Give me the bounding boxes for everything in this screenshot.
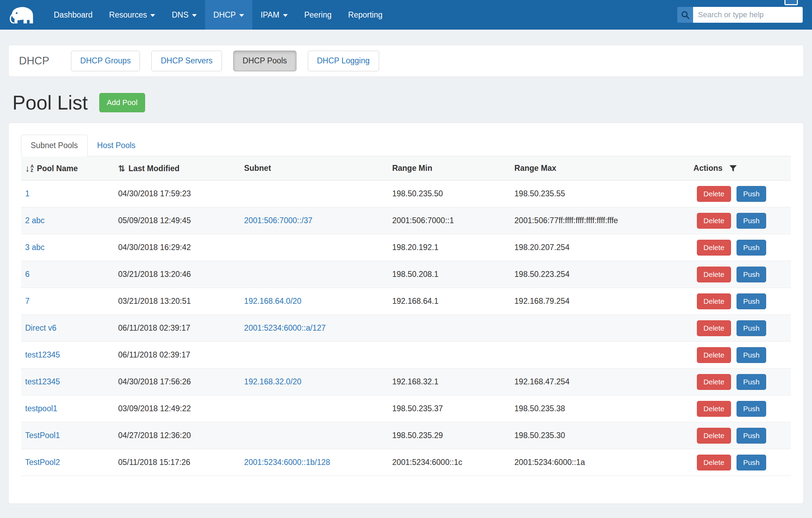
last-modified-cell: 06/11/2018 02:39:17 <box>114 315 240 342</box>
last-modified-cell: 03/21/2018 13:20:51 <box>114 288 240 315</box>
pool-name-link[interactable]: 3 abc <box>25 243 44 252</box>
subnet-link[interactable]: 2001:5234:6000::a/127 <box>244 323 326 332</box>
subnet-link[interactable]: 192.168.64.0/20 <box>244 297 301 305</box>
nav-label: Resources <box>109 10 147 20</box>
push-button[interactable]: Push <box>737 401 766 417</box>
pool-name-link[interactable]: TestPool2 <box>25 458 60 467</box>
pool-name-link[interactable]: testpool1 <box>25 404 57 413</box>
nav-label: DHCP <box>213 10 236 20</box>
brand-logo[interactable] <box>9 0 35 30</box>
column-label: Pool Name <box>37 164 78 173</box>
delete-button[interactable]: Delete <box>697 428 731 444</box>
subnet-link[interactable]: 2001:506:7000::/37 <box>244 216 312 225</box>
column-label: Range Min <box>392 164 432 173</box>
delete-button[interactable]: Delete <box>697 240 731 256</box>
tab-subnet-pools[interactable]: Subnet Pools <box>21 135 88 156</box>
nav-item-resources[interactable]: Resources <box>101 0 164 30</box>
push-button[interactable]: Push <box>737 320 766 336</box>
chevron-down-icon <box>283 14 288 17</box>
dhcp-subnav: DHCP DHCP Groups DHCP Servers DHCP Pools… <box>8 45 804 77</box>
column-header-range-min: Range Min <box>388 156 510 180</box>
sort-icon[interactable]: ⇅ <box>118 164 125 173</box>
range-max-cell: 198.50.235.55 <box>510 180 689 207</box>
pool-name-link[interactable]: 7 <box>25 297 30 305</box>
chevron-down-icon <box>239 14 244 17</box>
nav-item-dns[interactable]: DNS <box>163 0 205 30</box>
push-button[interactable]: Push <box>737 267 766 282</box>
add-pool-button[interactable]: Add Pool <box>99 93 145 112</box>
range-max-cell: 198.20.207.254 <box>510 234 689 261</box>
push-button[interactable]: Push <box>737 240 766 256</box>
push-button[interactable]: Push <box>737 374 766 390</box>
table-row: 3 abc 04/30/2018 16:29:42 198.20.192.1 1… <box>21 234 791 261</box>
table-row: test12345 06/11/2018 02:39:17 Delete Pus… <box>21 342 791 369</box>
last-modified-cell: 04/30/2018 17:59:23 <box>114 180 240 207</box>
pool-name-link[interactable]: Direct v6 <box>25 323 57 332</box>
range-max-cell: 192.168.47.254 <box>510 369 689 395</box>
delete-button[interactable]: Delete <box>697 455 731 470</box>
column-header-range-max: Range Max <box>510 156 689 180</box>
pool-list-card: Subnet Pools Host Pools ↓ A Z <box>8 123 804 504</box>
range-min-cell: 2001:5234:6000::1c <box>388 449 510 476</box>
sort-alpha-down-icon[interactable]: ↓ A Z <box>25 164 34 173</box>
tab-host-pools[interactable]: Host Pools <box>88 135 145 156</box>
dhcp-groups-button[interactable]: DHCP Groups <box>71 51 140 71</box>
pool-name-link[interactable]: 6 <box>25 270 30 279</box>
subnet-link[interactable]: 192.168.32.0/20 <box>244 377 301 386</box>
delete-button[interactable]: Delete <box>697 293 731 309</box>
dhcp-servers-button[interactable]: DHCP Servers <box>151 51 222 71</box>
filter-icon[interactable] <box>728 164 738 173</box>
range-max-cell: 2001:506:77ff:ffff:ffff:ffff:ffff:fffe <box>510 207 689 234</box>
range-max-cell <box>510 315 689 342</box>
column-header-pool-name[interactable]: ↓ A Z Pool Name <box>21 156 114 180</box>
nav-item-dashboard[interactable]: Dashboard <box>45 0 101 30</box>
column-label: Range Max <box>515 164 556 173</box>
push-button[interactable]: Push <box>737 186 766 202</box>
nav-item-ipam[interactable]: IPAM <box>252 0 296 30</box>
delete-button[interactable]: Delete <box>697 320 731 336</box>
push-button[interactable]: Push <box>737 455 766 470</box>
top-navbar: Dashboard Resources DNS DHCP IPAM Peerin… <box>0 0 812 30</box>
table-row: testpool1 03/09/2018 12:49:22 198.50.235… <box>21 395 791 422</box>
table-row: 1 04/30/2018 17:59:23 198.50.235.50 198.… <box>21 180 791 207</box>
pool-name-link[interactable]: 1 <box>25 189 30 198</box>
delete-button[interactable]: Delete <box>697 347 731 363</box>
range-min-cell: 198.50.235.50 <box>388 180 510 207</box>
pool-table: ↓ A Z Pool Name ⇅ Last Modified <box>21 156 791 476</box>
page-header: Pool List Add Pool <box>12 92 812 114</box>
table-row: 6 03/21/2018 13:20:46 198.50.208.1 198.5… <box>21 261 791 288</box>
nav-item-peering[interactable]: Peering <box>296 0 340 30</box>
pool-name-link[interactable]: TestPool1 <box>25 431 60 440</box>
range-min-cell: 198.50.208.1 <box>388 261 510 288</box>
delete-button[interactable]: Delete <box>697 401 731 417</box>
section-title: DHCP <box>19 55 49 67</box>
delete-button[interactable]: Delete <box>697 374 731 390</box>
nav-label: Peering <box>304 10 332 20</box>
top-right-partial-button[interactable] <box>784 0 798 5</box>
column-header-last-modified[interactable]: ⇅ Last Modified <box>114 156 240 180</box>
delete-button[interactable]: Delete <box>697 267 731 282</box>
search-input[interactable] <box>693 7 803 23</box>
subnet-link[interactable]: 2001:5234:6000::1b/128 <box>244 458 330 467</box>
nav-label: Reporting <box>348 10 383 20</box>
range-min-cell: 2001:506:7000::1 <box>388 207 510 234</box>
delete-button[interactable]: Delete <box>697 213 731 229</box>
pool-name-link[interactable]: test12345 <box>25 377 60 386</box>
pool-name-link[interactable]: test12345 <box>25 350 60 359</box>
main-nav: Dashboard Resources DNS DHCP IPAM Peerin… <box>45 0 391 30</box>
global-search <box>677 0 803 30</box>
table-row: test12345 04/30/2018 17:56:26 192.168.32… <box>21 369 791 395</box>
nav-item-dhcp[interactable]: DHCP <box>205 0 252 30</box>
push-button[interactable]: Push <box>737 428 766 444</box>
nav-item-reporting[interactable]: Reporting <box>340 0 391 30</box>
pool-name-link[interactable]: 2 abc <box>25 216 44 225</box>
range-min-cell <box>388 315 510 342</box>
dhcp-pools-button[interactable]: DHCP Pools <box>233 51 296 71</box>
push-button[interactable]: Push <box>737 213 766 229</box>
push-button[interactable]: Push <box>737 293 766 309</box>
push-button[interactable]: Push <box>737 347 766 363</box>
dhcp-logging-button[interactable]: DHCP Logging <box>308 51 379 71</box>
range-min-cell: 198.50.235.29 <box>388 422 510 449</box>
search-icon[interactable] <box>677 7 693 23</box>
delete-button[interactable]: Delete <box>697 186 731 202</box>
